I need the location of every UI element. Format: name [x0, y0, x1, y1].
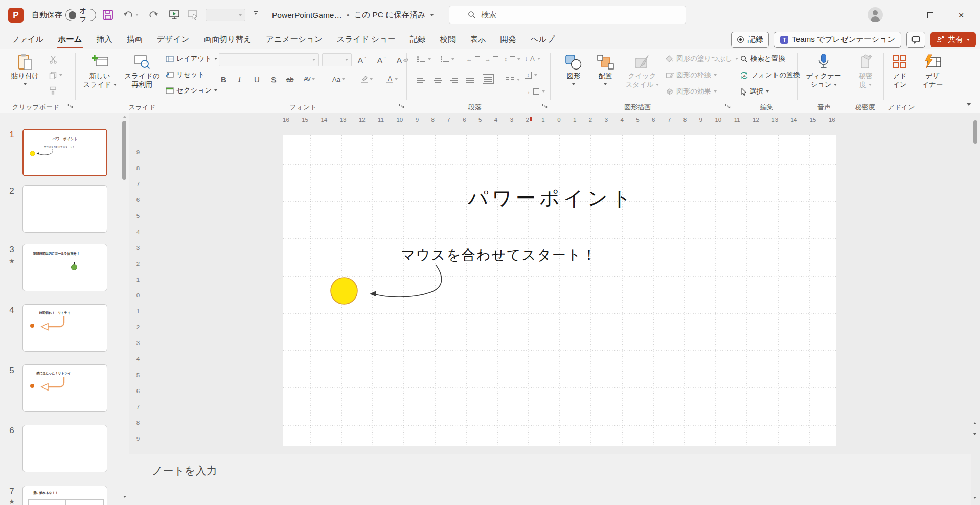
panel-scroll-up-icon[interactable]	[123, 116, 126, 118]
slide-subtitle[interactable]: マウスを合わせてスタート！	[401, 246, 597, 264]
tab-view[interactable]: 表示	[463, 30, 493, 49]
section-button[interactable]: セクション	[166, 84, 217, 97]
align-center-button[interactable]	[434, 74, 442, 86]
font-color-button[interactable]: A	[386, 73, 398, 86]
tab-animations[interactable]: アニメーション	[259, 30, 330, 49]
text-shadow-button[interactable]: S	[271, 73, 276, 86]
redo-button[interactable]	[148, 10, 159, 21]
designer-button[interactable]: デザ イナー	[916, 52, 949, 89]
share-button[interactable]: 共有	[930, 32, 976, 47]
notes-pane[interactable]: ノートを入力	[129, 454, 971, 505]
start-slideshow-button[interactable]	[169, 9, 180, 22]
slide-thumbnail-4[interactable]: 時間切れ！ リトライ	[22, 304, 107, 352]
shape-outline-button[interactable]: 図形の枠線	[666, 69, 717, 81]
align-right-button[interactable]	[450, 74, 458, 86]
previous-slide-button[interactable]	[970, 418, 980, 428]
line-spacing-button[interactable]: ↕	[504, 53, 520, 65]
tab-record[interactable]: 記録	[403, 30, 433, 49]
grow-font-button[interactable]: Aˆ	[358, 53, 366, 66]
bold-button[interactable]: B	[221, 73, 226, 86]
tab-insert[interactable]: 挿入	[89, 30, 120, 49]
bullets-button[interactable]	[417, 53, 431, 65]
sensitivity-button[interactable]: 秘密 度	[850, 52, 881, 89]
tab-design[interactable]: デザイン	[150, 30, 196, 49]
slide-thumbnail-6[interactable]	[22, 425, 107, 472]
quick-access-combo[interactable]	[206, 9, 245, 21]
underline-button[interactable]: U	[254, 73, 260, 86]
tab-help[interactable]: ヘルプ	[523, 30, 562, 49]
minimize-button[interactable]	[892, 0, 918, 30]
presenter-mode-button[interactable]	[187, 9, 198, 22]
tab-transitions[interactable]: 画面切り替え	[196, 30, 259, 49]
font-name-combo[interactable]	[219, 53, 319, 66]
slide-thumbnail-2[interactable]	[22, 185, 107, 233]
teams-present-button[interactable]: T Teams でプレゼンテーション	[774, 32, 901, 48]
slide-thumbnail-7[interactable]: 壁に触れるな！！	[22, 486, 107, 505]
clipboard-dialog-launcher[interactable]	[67, 102, 73, 110]
align-text-button[interactable]: ↕	[525, 69, 537, 81]
collapse-ribbon-button[interactable]	[963, 100, 974, 109]
drawing-dialog-launcher[interactable]	[725, 102, 731, 110]
shape-effects-button[interactable]: 図形の効果	[666, 85, 717, 98]
italic-button[interactable]: I	[238, 73, 241, 86]
paragraph-dialog-launcher[interactable]	[542, 102, 548, 110]
maximize-button[interactable]	[918, 0, 943, 30]
search-box[interactable]: 検索	[449, 6, 686, 24]
undo-button[interactable]	[123, 10, 139, 20]
justify-button[interactable]	[466, 74, 474, 86]
reuse-slides-button[interactable]: スライドの 再利用	[122, 52, 163, 89]
tab-home[interactable]: ホーム	[51, 30, 89, 49]
slide-thumbnail-1[interactable]: パワーポイント マウスを合わせてスタート！	[22, 129, 107, 176]
panel-scroll-down-icon[interactable]	[123, 496, 126, 498]
document-title[interactable]: PowerPointGame… • この PC に保存済み	[272, 10, 434, 20]
slide-title[interactable]: パワーポイント	[468, 185, 635, 212]
new-slide-button[interactable]: 新しい スライド	[80, 52, 120, 89]
replace-fonts-button[interactable]: A フォントの置換	[740, 69, 800, 81]
copy-button[interactable]	[49, 69, 62, 81]
account-avatar[interactable]	[868, 7, 883, 22]
font-size-combo[interactable]	[322, 53, 352, 66]
character-spacing-button[interactable]: AV	[304, 73, 315, 86]
strikethrough-button[interactable]: ab	[286, 73, 293, 86]
addins-button[interactable]: アド イン	[885, 52, 914, 89]
slide-thumbnail-3[interactable]: 制限時間以内にゴールを目指せ！	[22, 244, 107, 291]
font-dialog-launcher[interactable]	[399, 102, 404, 110]
quick-styles-button[interactable]: クイック スタイル	[623, 52, 662, 89]
convert-smartart-button[interactable]: →	[525, 85, 545, 98]
thumbnails-scrollbar[interactable]	[122, 121, 126, 180]
comments-button[interactable]	[906, 32, 925, 48]
shrink-font-button[interactable]: Aˇ	[377, 53, 385, 66]
text-direction-button[interactable]: ↓A	[525, 53, 540, 65]
format-painter-button[interactable]	[49, 84, 57, 97]
tab-developer[interactable]: 開発	[493, 30, 523, 49]
highlight-button[interactable]	[361, 73, 373, 86]
shape-fill-button[interactable]: 図形の塗りつぶし	[666, 53, 738, 65]
increase-indent-button[interactable]: →	[485, 53, 498, 65]
layout-button[interactable]: レイアウト	[166, 53, 217, 65]
save-button[interactable]	[102, 9, 113, 22]
record-button[interactable]: 記録	[731, 32, 769, 48]
slide-canvas[interactable]: パワーポイント マウスを合わせてスタート！	[283, 135, 836, 446]
next-slide-button[interactable]	[970, 429, 980, 440]
align-left-button[interactable]	[417, 74, 425, 86]
tab-review[interactable]: 校閲	[433, 30, 463, 49]
title-dropdown-icon[interactable]	[430, 14, 434, 16]
tab-file[interactable]: ファイル	[4, 30, 51, 49]
paste-button[interactable]: 貼り付け	[7, 52, 43, 85]
powerpoint-logo-icon[interactable]: P	[8, 8, 24, 23]
undo-dropdown-icon[interactable]	[135, 14, 139, 16]
quick-access-overflow-button[interactable]	[253, 11, 259, 15]
cut-button[interactable]	[49, 54, 57, 66]
scroll-down-button[interactable]	[970, 493, 980, 503]
dictate-button[interactable]: ディクテー ション	[803, 52, 845, 89]
find-replace-button[interactable]: 検索と置換	[740, 53, 785, 65]
tab-draw[interactable]: 描画	[120, 30, 150, 49]
distribute-button[interactable]	[483, 73, 494, 85]
arrange-button[interactable]: 配置	[591, 52, 620, 85]
slide-thumbnail-5[interactable]: 壁に当たった！リトライ	[22, 364, 107, 412]
change-case-button[interactable]: Aa	[332, 73, 345, 86]
select-button[interactable]: 選択	[740, 85, 769, 98]
clear-formatting-button[interactable]: A	[397, 53, 408, 66]
shapes-button[interactable]: 図形	[559, 52, 588, 85]
decrease-indent-button[interactable]: ←	[466, 53, 480, 65]
